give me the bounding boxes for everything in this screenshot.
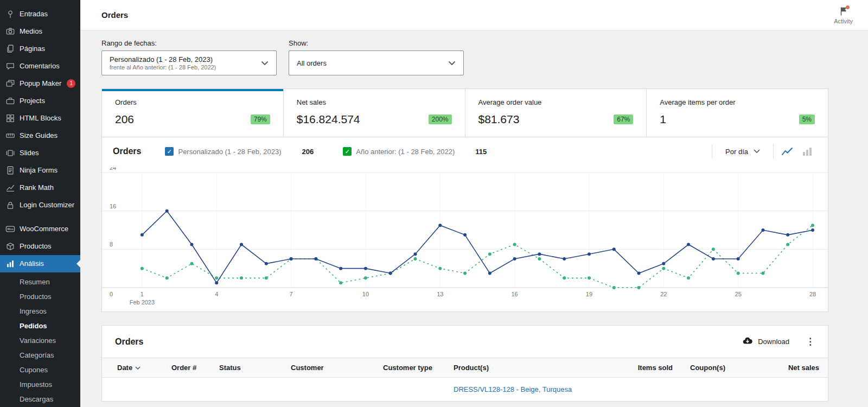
sidebar-subitem-resumen[interactable]: Resumen: [0, 275, 80, 289]
sidebar-item-analisis[interactable]: Análisis: [0, 255, 80, 272]
sidebar-item-label: Medios: [20, 27, 42, 36]
checked-checkbox[interactable]: ✓: [165, 147, 174, 156]
sidebar-subitem-productos[interactable]: Productos: [0, 289, 80, 304]
cloud-download-icon: [742, 335, 753, 348]
column-header-date[interactable]: Date: [102, 358, 163, 378]
line-chart-toggle-icon[interactable]: [777, 144, 797, 159]
sidebar-subitem-categorias[interactable]: Categorías: [0, 348, 80, 363]
column-header-customer[interactable]: Customer: [282, 358, 374, 378]
svg-text:4: 4: [215, 291, 218, 297]
sidebar-item-label: Comentarios: [20, 61, 60, 71]
sidebar-item-paginas[interactable]: Páginas: [0, 40, 80, 58]
trend-badge: 200%: [429, 115, 452, 124]
blocks-icon: [5, 113, 15, 123]
table-row: DRESS/VL128-128 - Beige, Turquesa: [102, 378, 828, 402]
svg-text:13: 13: [437, 291, 443, 297]
sidebar-item-label: Páginas: [20, 44, 45, 54]
woo-icon: Woo: [5, 224, 15, 234]
sidebar-item-ninja-forms[interactable]: Ninja Forms: [0, 162, 80, 179]
bar-chart-toggle-icon[interactable]: [797, 144, 817, 159]
slides-icon: [5, 148, 15, 158]
sidebar-subitem-variaciones[interactable]: Variaciones: [0, 333, 80, 348]
activity-label: Activity: [834, 18, 853, 24]
svg-text:19: 19: [586, 291, 592, 297]
sidebar-item-popup-maker[interactable]: Popup Maker1: [0, 75, 80, 92]
cell-customer: [282, 378, 374, 402]
sidebar-item-label: Projects: [20, 96, 45, 106]
divider: [773, 144, 774, 158]
summary-cards: Orders20679%Net sales$16.824.574200%Aver…: [102, 89, 828, 137]
column-header-status[interactable]: Status: [210, 358, 282, 378]
summary-card-label: Net sales: [297, 98, 452, 106]
sidebar-item-label: Popup Maker: [20, 79, 61, 88]
column-header-products[interactable]: Product(s): [445, 358, 622, 378]
summary-card-value: $16.824.574: [297, 113, 360, 126]
sidebar-menu: EntradasMediosPáginasComentariosPopup Ma…: [0, 5, 80, 272]
legend-item-1[interactable]: ✓Año anterior: (1 - 28 Feb, 2022)115: [343, 147, 509, 156]
legend-label: Año anterior: (1 - 28 Feb, 2022): [356, 148, 455, 156]
sidebar-item-medios[interactable]: Medios: [0, 23, 80, 40]
sidebar-item-rank-math[interactable]: Rank Math: [0, 179, 80, 196]
sidebar-item-projects[interactable]: Projects: [0, 92, 80, 110]
svg-text:25: 25: [735, 291, 742, 297]
sidebar-subitem-cupones[interactable]: Cupones: [0, 363, 80, 377]
summary-card-value: $81.673: [478, 113, 520, 126]
orders-table: DateOrder #StatusCustomerCustomer typePr…: [102, 358, 828, 401]
sidebar-item-productos[interactable]: Productos: [0, 238, 80, 255]
sidebar-item-html-blocks[interactable]: HTML Blocks: [0, 110, 80, 127]
trend-badge: 67%: [614, 115, 633, 124]
summary-card-avg-order-value[interactable]: Average order value$81.67367%: [465, 89, 647, 137]
notification-badge: 1: [67, 79, 75, 88]
form-icon: [5, 166, 15, 175]
sidebar-item-size-guides[interactable]: Size Guides: [0, 127, 80, 144]
summary-card-avg-items-per-order[interactable]: Average items per order15%: [646, 89, 828, 137]
activity-panel-button[interactable]: Activity: [834, 6, 853, 24]
sidebar-item-woocommerce[interactable]: WooWooCommerce: [0, 220, 80, 238]
download-button[interactable]: Download: [742, 335, 789, 348]
column-header-net_sales[interactable]: Net sales: [763, 358, 828, 378]
active-menu-arrow: [76, 260, 80, 268]
summary-card-orders[interactable]: Orders20679%: [102, 89, 283, 137]
sidebar-subitem-ingresos[interactable]: Ingresos: [0, 304, 80, 319]
interval-select[interactable]: Por día: [716, 148, 770, 156]
sidebar-item-label: WooCommerce: [20, 224, 68, 234]
kebab-menu-icon[interactable]: ⋮: [806, 337, 815, 346]
cell-customer_type: [374, 378, 445, 402]
sidebar-item-login-customizer[interactable]: Login Customizer: [0, 196, 80, 214]
cell-net_sales: [763, 378, 828, 402]
legend-item-0[interactable]: ✓Personalizado (1 - 28 Feb, 2023)206: [165, 147, 336, 156]
page-title: Orders: [101, 10, 128, 20]
pages-icon: [5, 44, 15, 54]
sidebar-subitem-pedidos[interactable]: Pedidos: [0, 319, 80, 333]
checked-checkbox[interactable]: ✓: [343, 147, 352, 156]
sidebar-subitem-descargas[interactable]: Descargas: [0, 392, 80, 406]
interval-value: Por día: [725, 148, 748, 156]
date-range-compare: frente al Año anterior: (1 - 28 Feb, 202…: [110, 64, 216, 71]
sidebar-item-comentarios[interactable]: Comentarios: [0, 58, 80, 75]
svg-text:10: 10: [362, 291, 369, 297]
show-select[interactable]: All orders: [289, 50, 464, 75]
cell-coupons: [681, 378, 763, 402]
chart-line-icon: [5, 183, 15, 193]
chart-title: Orders: [113, 147, 141, 156]
sidebar-item-entradas[interactable]: Entradas: [0, 5, 80, 23]
svg-text:1: 1: [141, 291, 144, 297]
sidebar-item-slides[interactable]: Slides: [0, 144, 80, 162]
column-header-items_sold[interactable]: Items sold: [622, 358, 681, 378]
comment-icon: [5, 61, 15, 71]
column-header-coupons[interactable]: Coupon(s): [681, 358, 763, 378]
cell-order: [163, 378, 210, 402]
sidebar-item-label: HTML Blocks: [20, 113, 61, 123]
chart-body: 08162414710131619222528Feb 2023: [102, 165, 828, 311]
content: Rango de fechas: Personalizado (1 - 28 F…: [80, 30, 868, 407]
bar-chart-icon: [5, 259, 15, 269]
main-area: Orders Activity Rango de fechas:: [80, 0, 868, 407]
column-header-order[interactable]: Order #: [163, 358, 210, 378]
sidebar-item-label: Slides: [20, 148, 39, 158]
sidebar-subitem-impuestos[interactable]: Impuestos: [0, 377, 80, 392]
column-header-customer_type[interactable]: Customer type: [374, 358, 445, 378]
chart-header: Orders ✓Personalizado (1 - 28 Feb, 2023)…: [102, 137, 828, 165]
product-link[interactable]: DRESS/VL128-128 - Beige, Turquesa: [454, 385, 572, 393]
date-range-select[interactable]: Personalizado (1 - 28 Feb, 2023) frente …: [101, 50, 277, 75]
summary-card-net-sales[interactable]: Net sales$16.824.574200%: [283, 89, 465, 137]
